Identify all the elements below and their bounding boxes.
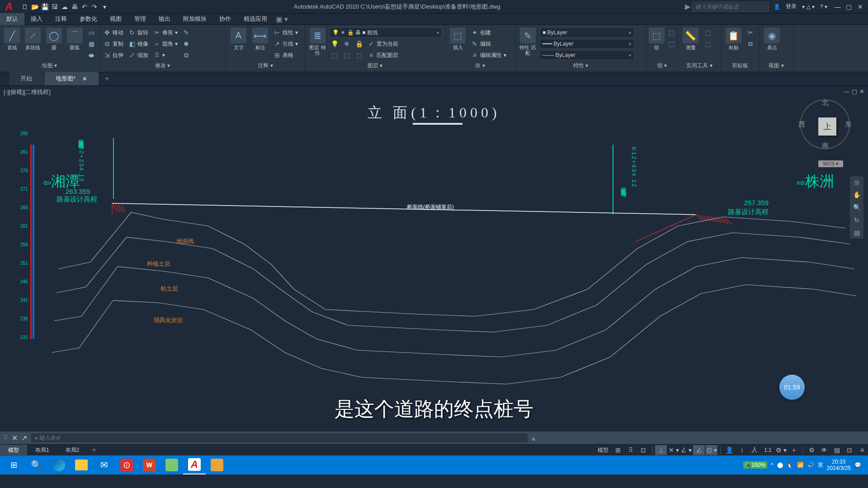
scale-button[interactable]: 1:1 [761, 447, 774, 453]
explode-icon[interactable]: ✱ [181, 39, 192, 49]
minimize-icon[interactable]: — [832, 2, 843, 11]
erase-icon[interactable]: ✎ [181, 28, 192, 38]
rotate-button[interactable]: ↻旋转 [127, 28, 150, 38]
vp-minimize-icon[interactable]: — [844, 88, 849, 95]
show-motion-icon[interactable]: ▤ [854, 229, 860, 236]
tray-qq-icon[interactable]: 🐧 [787, 462, 793, 468]
login-button[interactable]: 登录 [786, 3, 797, 10]
ortho-icon[interactable]: ⊥ [655, 445, 667, 455]
zoom-icon[interactable]: 🔍 [853, 204, 861, 211]
close-icon[interactable]: ✕ [854, 2, 866, 11]
tab-expand-icon[interactable]: ▣ ▾ [276, 15, 288, 23]
redo-icon[interactable]: ↷ [90, 2, 99, 11]
panel-layer-title[interactable]: 图层 ▾ [307, 61, 443, 70]
layer-selector[interactable]: 💡 ☀ 🔒 🖶 ■ 粗线▾ [329, 28, 442, 38]
cut-icon[interactable]: ✂ [745, 28, 756, 38]
otrack-icon[interactable]: ⊡ ▾ [706, 445, 717, 455]
search-input[interactable] [692, 2, 769, 12]
dim-button[interactable]: ⟷标注 [250, 28, 270, 50]
new-icon[interactable]: 🗋 [20, 2, 29, 11]
iso-icon[interactable]: ∠ ▾ [680, 445, 692, 455]
cmd-close-icon[interactable]: ✕ [12, 434, 18, 442]
notifications-icon[interactable]: 💬 [854, 462, 861, 468]
util-icon1[interactable]: ⬚ [702, 28, 713, 38]
layout-tab-2[interactable]: 布局2 [57, 445, 88, 456]
file-tab-current[interactable]: 地形图*✕ [44, 72, 99, 85]
edge-icon[interactable] [47, 455, 70, 474]
clock[interactable]: 20:33 2024/3/25 [827, 459, 851, 472]
tab-collab[interactable]: 协作 [213, 13, 237, 25]
panel-annotate-title[interactable]: 注释 ▾ [228, 61, 302, 70]
hatch-icon[interactable]: ▦ [86, 39, 97, 49]
circle-button[interactable]: ◯圆 [44, 28, 64, 50]
customize-icon[interactable]: ≡ [856, 445, 868, 455]
tray-volume-icon[interactable]: 🔊 [807, 462, 814, 468]
make-current-button[interactable]: ✓置为当前 [366, 39, 400, 49]
qp-icon[interactable]: ⊡ [844, 445, 855, 455]
panel-properties-title[interactable]: 特性 ▾ [518, 61, 644, 70]
layerfreeze-icon[interactable]: ❄ [341, 39, 352, 49]
saveas-icon[interactable]: 🖫 [50, 2, 59, 11]
wps-icon[interactable]: W [138, 455, 160, 474]
panel-group-title[interactable]: 组 ▾ [649, 61, 675, 70]
cmd-recent-icon[interactable]: ↗ [21, 434, 27, 442]
command-input[interactable] [31, 433, 528, 443]
panel-modify-title[interactable]: 修改 ▾ [102, 61, 223, 70]
tab-close-icon[interactable]: ✕ [82, 75, 87, 82]
maximize-icon[interactable]: ▢ [843, 2, 854, 11]
save-icon[interactable]: 💾 [40, 2, 49, 11]
tab-featured[interactable]: 精选应用 [237, 13, 274, 25]
nav-east[interactable]: 东 [845, 120, 852, 129]
infer-icon[interactable]: ⊡ [637, 445, 649, 455]
text-button[interactable]: A文字 [228, 28, 249, 50]
nav-west[interactable]: 西 [798, 120, 805, 129]
orbit-icon[interactable]: ↻ [854, 216, 859, 224]
panel-clipboard-title[interactable]: 剪贴板 [723, 61, 757, 70]
app-orange-icon[interactable] [206, 455, 228, 474]
start-button[interactable]: ⊞ [2, 455, 25, 474]
group-icon2[interactable]: ⬚ [666, 39, 677, 49]
rect-icon[interactable]: ▭ [86, 28, 97, 38]
ltype-selector[interactable]: ─── ByLayer▾ [539, 50, 634, 60]
grid-icon[interactable]: ⊞ [612, 445, 624, 455]
array-button[interactable]: ⠿ ▾ [151, 50, 179, 60]
layerlock-icon[interactable]: 🔒 [354, 39, 364, 49]
table-button[interactable]: ⊞表格 [272, 50, 300, 60]
mail-icon[interactable]: ✉ [93, 455, 115, 474]
ellipse-icon[interactable]: ⬬ [86, 50, 97, 60]
cmd-dropdown-icon[interactable]: ▴ [532, 434, 535, 442]
line-button[interactable]: ╱直线 [2, 28, 22, 50]
nav-north[interactable]: 北 [822, 99, 829, 107]
tab-manage[interactable]: 管理 [128, 13, 152, 25]
cycling-icon[interactable]: ↕ [736, 445, 748, 455]
nav-top-face[interactable]: 上 [818, 117, 836, 136]
paste-button[interactable]: 📋粘贴 [723, 28, 744, 50]
wcs-button[interactable]: WCS ▾ [818, 160, 843, 167]
vp-maximize-icon[interactable]: ▢ [852, 88, 857, 95]
create-block-button[interactable]: ✦创建 [469, 28, 508, 38]
app-logo[interactable]: A [2, 0, 16, 14]
gear-icon[interactable]: ⚙ ▾ [775, 445, 787, 455]
tray-app1-icon[interactable]: ⬤ [777, 462, 783, 468]
units-icon[interactable]: ▤ [831, 445, 843, 455]
app-red-icon[interactable]: ⊙ [115, 455, 138, 474]
autocad-taskbar-icon[interactable]: A [183, 455, 206, 474]
drawing-area[interactable]: [-][俯视][二维线框] — ▢ ✕ 立 面(1：1000) 286 281 … [0, 86, 868, 432]
panel-utilities-title[interactable]: 实用工具 ▾ [680, 61, 718, 70]
cloud-icon[interactable]: ☁ [60, 2, 69, 11]
workspace-icon[interactable]: ⚙ [806, 445, 817, 455]
copy-clip-icon[interactable]: ⧉ [745, 39, 756, 49]
panel-block-title[interactable]: 块 ▾ [448, 61, 513, 70]
file-tab-start[interactable]: 开始 [9, 72, 43, 85]
file-tab-add[interactable]: + [99, 72, 114, 85]
group-icon1[interactable]: ⬚ [666, 28, 677, 38]
explorer-icon[interactable] [70, 455, 93, 474]
transparency-icon[interactable]: 👤 [723, 445, 735, 455]
util-icon2[interactable]: ⬚ [702, 39, 713, 49]
tray-chevron-icon[interactable]: ^ [771, 462, 774, 468]
nav-south[interactable]: 南 [822, 141, 829, 150]
linear-button[interactable]: ⊢线性 ▾ [272, 28, 300, 38]
viewport-label[interactable]: [-][俯视][二维线框] [4, 88, 51, 96]
move-button[interactable]: ✥移动 [102, 28, 125, 38]
battery-icon[interactable]: 🔌100% [743, 461, 767, 469]
